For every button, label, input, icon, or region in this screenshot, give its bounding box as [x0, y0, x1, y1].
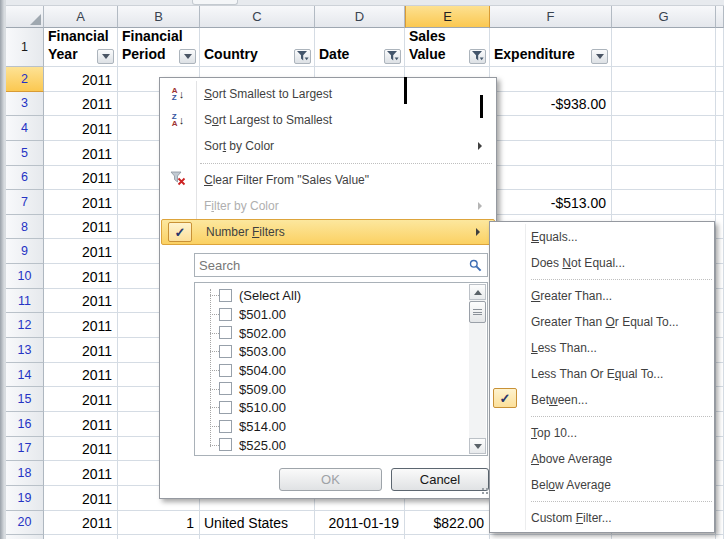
row-header-17[interactable]: 17: [6, 437, 44, 462]
list-item[interactable]: $502.00: [195, 323, 469, 342]
cell-D21[interactable]: [315, 535, 405, 539]
list-item[interactable]: $504.00: [195, 361, 469, 380]
header-cell-E[interactable]: Sales Value: [405, 28, 490, 67]
submenu-item-between[interactable]: ✓Between...: [490, 387, 714, 413]
search-input[interactable]: [195, 258, 469, 273]
list-item[interactable]: (Select All): [195, 286, 469, 305]
list-item[interactable]: $503.00: [195, 342, 469, 361]
cell-G7[interactable]: [612, 190, 716, 215]
cell-C20[interactable]: United States: [200, 511, 315, 536]
checkbox[interactable]: [219, 438, 232, 451]
checkbox[interactable]: [219, 382, 232, 395]
submenu-item-equals[interactable]: Equals...: [490, 224, 714, 250]
cell-A13[interactable]: 2011: [44, 338, 118, 363]
filter-button-E[interactable]: [469, 49, 486, 64]
header-cell-C[interactable]: Country: [200, 28, 315, 67]
cell-A17[interactable]: 2011: [44, 437, 118, 462]
row-header-9[interactable]: 9: [6, 239, 44, 264]
cell-A20[interactable]: 2011: [44, 511, 118, 536]
cell-A15[interactable]: 2011: [44, 387, 118, 412]
cell-F21[interactable]: [490, 535, 612, 539]
cell-F5[interactable]: [490, 141, 612, 166]
scrollbar-thumb[interactable]: [469, 301, 486, 323]
cell-A8[interactable]: 2011: [44, 215, 118, 240]
cell-F2[interactable]: [490, 67, 612, 92]
list-item[interactable]: $509.00: [195, 379, 469, 398]
row-header-1[interactable]: 1: [6, 28, 44, 67]
row-header-2[interactable]: 2: [6, 67, 44, 92]
cell-A10[interactable]: 2011: [44, 264, 118, 289]
checkbox[interactable]: [219, 289, 232, 302]
checkbox[interactable]: [219, 308, 232, 321]
cell-G2[interactable]: [612, 67, 716, 92]
cell-A19[interactable]: 2011: [44, 486, 118, 511]
row-header-13[interactable]: 13: [6, 338, 44, 363]
scroll-up-button[interactable]: [469, 284, 486, 300]
cell-B20[interactable]: 1: [118, 511, 200, 536]
cell-A21[interactable]: [44, 535, 118, 539]
checkbox[interactable]: [219, 345, 232, 358]
cell-A14[interactable]: 2011: [44, 363, 118, 388]
row-header-15[interactable]: 15: [6, 387, 44, 412]
column-header-C[interactable]: C: [200, 5, 315, 28]
row-header-7[interactable]: 7: [6, 190, 44, 215]
submenu-item-less-than-or-equal-to[interactable]: Less Than Or Equal To...: [490, 361, 714, 387]
cell-G6[interactable]: [612, 166, 716, 191]
header-cell-A[interactable]: Financial Year: [44, 28, 118, 67]
select-all-corner[interactable]: [6, 5, 44, 28]
cell-G4[interactable]: [612, 116, 716, 141]
cell-A16[interactable]: 2011: [44, 412, 118, 437]
list-scrollbar[interactable]: [469, 284, 486, 454]
menu-item-sort-by-color[interactable]: Sort by Color: [160, 133, 496, 159]
submenu-item-greater-than[interactable]: Greater Than...: [490, 283, 714, 309]
cell-G5[interactable]: [612, 141, 716, 166]
list-item-partial[interactable]: [195, 454, 469, 456]
row-header-12[interactable]: 12: [6, 313, 44, 338]
cell-C21[interactable]: [200, 535, 315, 539]
header-cell-B[interactable]: Financial Period: [118, 28, 200, 67]
cell-A3[interactable]: 2011: [44, 92, 118, 117]
cell-A12[interactable]: 2011: [44, 313, 118, 338]
submenu-item-below-average[interactable]: Below Average: [490, 472, 714, 498]
cell-B21[interactable]: [118, 535, 200, 539]
filter-button-C[interactable]: [294, 49, 311, 64]
checkbox[interactable]: [219, 420, 232, 433]
list-item[interactable]: $501.00: [195, 305, 469, 324]
cell-F3[interactable]: -$938.00: [490, 92, 612, 117]
filter-button-A[interactable]: [97, 49, 114, 64]
list-item[interactable]: $514.00: [195, 417, 469, 436]
submenu-item-does-not-equal[interactable]: Does Not Equal...: [490, 250, 714, 276]
filter-button-D[interactable]: [384, 49, 401, 64]
submenu-item-custom-filter[interactable]: Custom Filter...: [490, 505, 714, 531]
menu-item-number-filters[interactable]: ✓Number Filters: [161, 219, 495, 245]
row-header-14[interactable]: 14: [6, 363, 44, 388]
filter-button-B[interactable]: [179, 49, 196, 64]
cell-G21[interactable]: [612, 535, 716, 539]
row-header-21[interactable]: [6, 535, 44, 539]
column-header-G[interactable]: G: [612, 5, 716, 28]
row-header-10[interactable]: 10: [6, 264, 44, 289]
ok-button[interactable]: OK: [279, 468, 382, 491]
cell-G3[interactable]: [612, 92, 716, 117]
menu-item-clear-filter-from-sales-value[interactable]: Clear Filter From "Sales Value": [160, 167, 496, 193]
row-header-19[interactable]: 19: [6, 486, 44, 511]
row-header-8[interactable]: 8: [6, 215, 44, 240]
cell-E21[interactable]: [405, 535, 490, 539]
submenu-item-greater-than-or-equal-to[interactable]: Greater Than Or Equal To...: [490, 309, 714, 335]
menu-item-sort-smallest-to-largest[interactable]: AZ↓Sort Smallest to Largest: [160, 81, 496, 107]
row-header-4[interactable]: 4: [6, 116, 44, 141]
submenu-item-less-than[interactable]: Less Than...: [490, 335, 714, 361]
cell-F6[interactable]: [490, 166, 612, 191]
filter-button-F[interactable]: [591, 49, 608, 64]
checkbox[interactable]: [219, 326, 232, 339]
row-header-5[interactable]: 5: [6, 141, 44, 166]
cell-F4[interactable]: [490, 116, 612, 141]
row-header-11[interactable]: 11: [6, 289, 44, 314]
header-cell-F[interactable]: Expenditure: [490, 28, 612, 67]
cell-A7[interactable]: 2011: [44, 190, 118, 215]
cell-A18[interactable]: 2011: [44, 461, 118, 486]
header-cell-G[interactable]: [612, 28, 716, 67]
column-header-D[interactable]: D: [315, 5, 405, 28]
cell-A11[interactable]: 2011: [44, 289, 118, 314]
search-icon[interactable]: [469, 259, 482, 272]
